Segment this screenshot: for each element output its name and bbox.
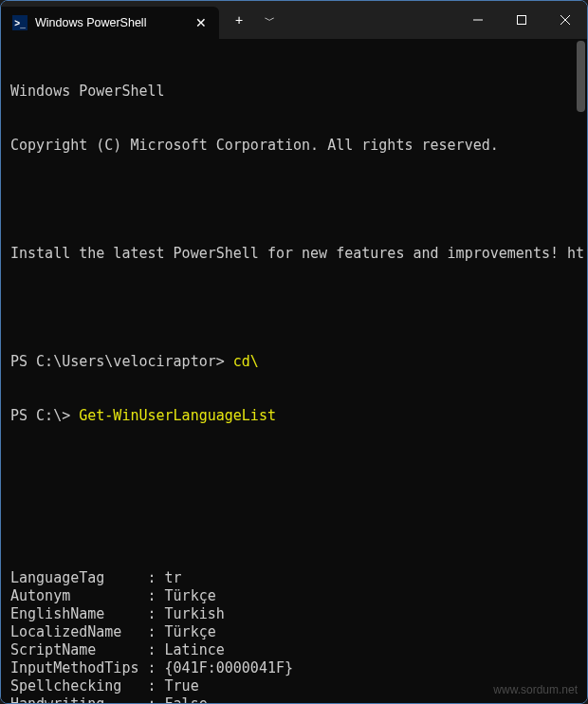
prompt-line: PS C:\> Get-WinUserLanguageList xyxy=(10,407,585,425)
titlebar: >_ Windows PowerShell ✕ + ﹀ xyxy=(1,1,587,39)
watermark: www.sordum.net xyxy=(493,681,578,699)
close-tab-icon[interactable]: ✕ xyxy=(193,14,210,31)
terminal-body[interactable]: Windows PowerShell Copyright (C) Microso… xyxy=(1,39,587,703)
copyright-line: Copyright (C) Microsoft Corporation. All… xyxy=(10,137,585,155)
output-row: LanguageTag : tr xyxy=(10,569,585,587)
powershell-icon: >_ xyxy=(12,15,28,30)
output-row: EnglishName : Turkish xyxy=(10,605,585,623)
terminal-window: >_ Windows PowerShell ✕ + ﹀ Windows Powe… xyxy=(0,0,588,704)
install-line: Install the latest PowerShell for new fe… xyxy=(10,245,585,263)
scrollbar-thumb[interactable] xyxy=(577,41,585,112)
output-row: InputMethodTips : {041F:0000041F} xyxy=(10,659,585,677)
tab-dropdown-button[interactable]: ﹀ xyxy=(255,6,284,34)
scrollbar[interactable] xyxy=(577,41,585,699)
maximize-button[interactable] xyxy=(500,1,543,39)
header-line: Windows PowerShell xyxy=(10,83,585,101)
window-controls xyxy=(456,1,587,39)
tab-actions: + ﹀ xyxy=(219,1,284,39)
prompt-line: PS C:\Users\velociraptor> cd\ xyxy=(10,353,585,371)
output-row: LocalizedName : Türkçe xyxy=(10,623,585,641)
minimize-button[interactable] xyxy=(456,1,500,39)
svg-rect-1 xyxy=(518,16,526,25)
close-button[interactable] xyxy=(543,1,587,39)
output-row: Autonym : Türkçe xyxy=(10,587,585,605)
tab-title: Windows PowerShell xyxy=(35,16,185,29)
new-tab-button[interactable]: + xyxy=(225,6,253,34)
output-row: ScriptName : Latince xyxy=(10,641,585,659)
tab-powershell[interactable]: >_ Windows PowerShell ✕ xyxy=(1,7,219,39)
